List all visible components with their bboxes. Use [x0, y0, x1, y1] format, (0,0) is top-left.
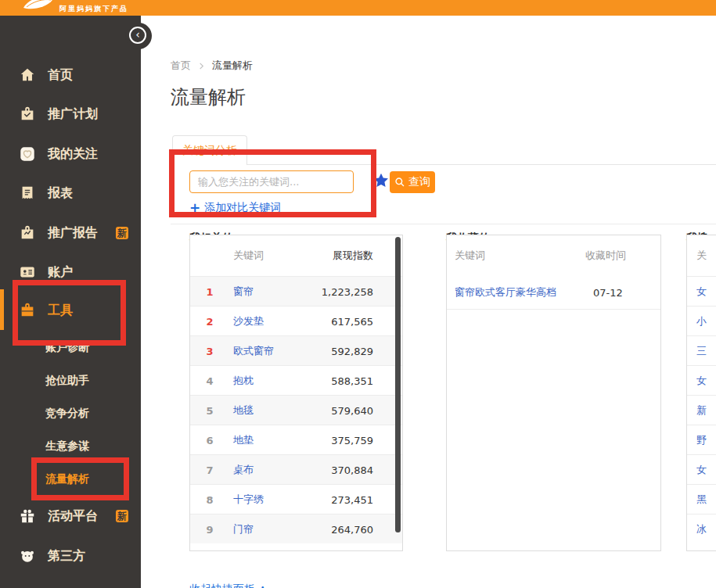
- rank: 1: [200, 285, 220, 297]
- keyword-link[interactable]: 地毯: [233, 403, 254, 418]
- sidebar-item-promotion-report[interactable]: 推广报告 新: [19, 223, 128, 243]
- column-header-keyword: 关: [696, 249, 707, 263]
- table-row: 窗帘欧式客厅豪华高档 07-12: [447, 276, 660, 310]
- add-compare-keyword-link[interactable]: + 添加对比关键词: [189, 201, 281, 215]
- keyword-link[interactable]: 欧式窗帘: [233, 344, 274, 358]
- table-row: 3 欧式窗帘 592,829: [190, 335, 402, 365]
- gift-icon: [19, 507, 36, 525]
- keyword-link[interactable]: 门帘: [233, 522, 254, 536]
- index-value: 592,829: [331, 345, 373, 357]
- query-button-label: 查询: [408, 175, 430, 189]
- sidebar-item-account[interactable]: 账户: [19, 262, 73, 282]
- index-value: 264,760: [331, 523, 373, 535]
- sidebar: ‹ 首页 推广计划 我的关注 报表 推广报告 新 账户: [0, 16, 141, 588]
- index-value: 588,351: [331, 375, 373, 386]
- index-value: 370,884: [331, 464, 373, 475]
- brand-caption: 阿里妈妈旗下产品: [59, 4, 128, 14]
- briefcase-report-icon: [19, 224, 36, 242]
- table-row: 冰: [687, 514, 716, 543]
- keyword-link[interactable]: 小: [696, 314, 707, 328]
- keyword-link[interactable]: 地垫: [233, 433, 254, 447]
- rank: 8: [200, 493, 220, 505]
- sidebar-collapse-button[interactable]: ‹: [129, 27, 146, 44]
- keyword-link[interactable]: 沙发垫: [233, 314, 264, 328]
- sidebar-item-third-party[interactable]: 第三方: [19, 546, 85, 566]
- robot-icon: [19, 547, 36, 565]
- keyword-link[interactable]: 黑: [696, 493, 707, 507]
- sidebar-item-promotion-plan[interactable]: 推广计划: [19, 104, 98, 124]
- sidebar-item-account-diagnosis[interactable]: 账户诊断: [45, 338, 89, 358]
- search-icon: [394, 177, 405, 188]
- keyword-link[interactable]: 三: [696, 344, 707, 358]
- rank: 9: [200, 523, 220, 535]
- favorite-time: 07-12: [593, 287, 623, 299]
- table-row: 小: [687, 306, 716, 335]
- id-card-icon: [19, 264, 36, 281]
- sidebar-item-label: 活动平台: [48, 508, 98, 525]
- keyword-search-input[interactable]: [189, 170, 354, 193]
- favorite-star-icon[interactable]: [372, 172, 390, 189]
- keyword-link[interactable]: 桌布: [233, 463, 254, 477]
- sidebar-item-label: 抢位助手: [45, 374, 89, 388]
- column-header-keyword: 关键词: [455, 249, 485, 263]
- table-row: 8 十字绣 273,451: [190, 484, 402, 514]
- table-row: 女: [687, 454, 716, 484]
- index-value: 273,451: [331, 493, 373, 505]
- breadcrumb-home-link[interactable]: 首页: [171, 59, 191, 73]
- sidebar-item-traffic-analysis[interactable]: 流量解析: [45, 469, 89, 489]
- keyword-link[interactable]: 野: [696, 433, 707, 447]
- index-value: 375,759: [331, 434, 373, 446]
- table-scrollbar[interactable]: [395, 237, 401, 532]
- rank: 4: [200, 375, 220, 386]
- keyword-link[interactable]: 女: [696, 374, 707, 388]
- table-row: 女: [687, 365, 716, 395]
- query-button[interactable]: 查询: [390, 171, 435, 193]
- sidebar-item-label: 账户诊断: [45, 341, 89, 355]
- page-title: 流量解析: [171, 84, 246, 109]
- keyword-link[interactable]: 十字绣: [233, 493, 264, 507]
- collapse-panel-link[interactable]: 收起快捷面板 ∧: [189, 583, 267, 588]
- new-badge: 新: [116, 510, 128, 522]
- sidebar-item-label: 第三方: [48, 548, 85, 565]
- rank: 7: [200, 464, 220, 475]
- keyword-link[interactable]: 冰: [696, 522, 707, 536]
- alimama-logo-icon: [22, 0, 55, 16]
- sidebar-item-label: 生意参谋: [45, 439, 89, 454]
- sidebar-item-rank-assistant[interactable]: 抢位助手: [45, 371, 89, 391]
- sidebar-item-business-advisor[interactable]: 生意参谋: [45, 436, 89, 457]
- table-header: 关键词 展现指数: [190, 235, 402, 276]
- keyword-link[interactable]: 女: [696, 463, 707, 477]
- heart-icon: [19, 145, 36, 163]
- column-header-index: 展现指数: [333, 249, 373, 263]
- sidebar-item-competition-analysis[interactable]: 竞争分析: [45, 403, 89, 424]
- favorites-table: 关键词 收藏时间 窗帘欧式客厅豪华高档 07-12: [446, 235, 661, 551]
- column-header-time: 收藏时间: [585, 249, 626, 263]
- plus-icon: +: [189, 203, 200, 213]
- keyword-link[interactable]: 新: [696, 403, 707, 418]
- sidebar-item-activity-platform[interactable]: 活动平台 新: [19, 506, 128, 526]
- index-value: 579,640: [331, 404, 373, 416]
- keyword-link[interactable]: 窗帘欧式客厅豪华高档: [455, 285, 556, 299]
- sidebar-item-reports[interactable]: 报表: [19, 183, 73, 203]
- rank: 5: [200, 404, 220, 416]
- column-header-keyword: 关键词: [233, 249, 264, 263]
- keyword-link[interactable]: 窗帘: [233, 285, 254, 299]
- breadcrumb-current: 流量解析: [212, 59, 253, 73]
- report-icon: [19, 185, 36, 202]
- sidebar-item-label: 工具: [48, 303, 73, 319]
- keyword-link[interactable]: 抱枕: [233, 374, 254, 388]
- index-value: 617,565: [331, 315, 373, 327]
- sidebar-item-home[interactable]: 首页: [19, 65, 73, 85]
- tab-keyword-analysis[interactable]: 关键词分析: [172, 135, 247, 165]
- sidebar-item-tools[interactable]: 工具: [19, 300, 73, 321]
- rank: 6: [200, 434, 220, 446]
- table-row: 女: [687, 276, 716, 306]
- table-row: 7 桌布 370,884: [190, 454, 402, 484]
- table-row: 9 门帘 264,760: [190, 514, 402, 543]
- home-icon: [19, 66, 36, 84]
- sidebar-item-label: 报表: [48, 185, 73, 202]
- sidebar-item-my-follows[interactable]: 我的关注: [19, 144, 98, 164]
- index-value: 1,223,258: [322, 285, 373, 297]
- keyword-link[interactable]: 女: [696, 285, 707, 299]
- add-compare-label: 添加对比关键词: [204, 201, 281, 215]
